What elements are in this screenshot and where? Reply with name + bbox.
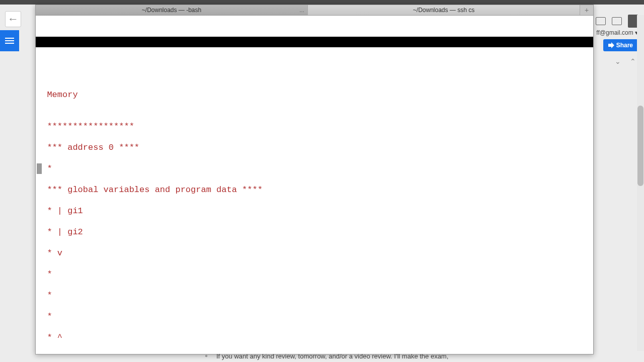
window-titlebar xyxy=(0,0,644,5)
code-line: * | gi2 xyxy=(37,227,593,237)
grid-icon[interactable] xyxy=(612,17,622,25)
menu-options[interactable]: Options xyxy=(128,48,164,57)
tab-overflow-icon[interactable]: … xyxy=(299,5,304,16)
menu-help[interactable]: Help xyxy=(249,48,269,57)
code-line: * | gi1 xyxy=(37,206,593,216)
code-line: *** global variables and program data **… xyxy=(37,185,593,195)
add-tab-button[interactable]: + xyxy=(580,5,593,15)
browser-background: ← ff@gmail.com ▾ Share ⌄ ⌃ ~/Downloads —… xyxy=(0,0,644,362)
menu-icon[interactable] xyxy=(628,17,638,25)
page-scrollbar[interactable] xyxy=(637,15,644,351)
outline-toggles: ⌄ ⌃ xyxy=(615,57,636,65)
tab-label: ~/Downloads — ssh cs xyxy=(413,7,474,14)
browser-back-button[interactable]: ← xyxy=(5,11,21,27)
user-email[interactable]: ff@gmail.com ▾ xyxy=(596,29,638,36)
menu-c[interactable]: C xyxy=(239,48,244,57)
menu-buffers[interactable]: Buffers xyxy=(169,48,204,57)
code-line: * ^ xyxy=(37,332,593,343)
code-line: Memory xyxy=(37,89,593,100)
terminal-tab-bash[interactable]: ~/Downloads — -bash … xyxy=(36,5,308,15)
chevron-up-icon[interactable]: ⌃ xyxy=(630,57,636,65)
tab-label: ~/Downloads — -bash xyxy=(142,7,201,14)
share-button[interactable]: Share xyxy=(603,39,638,51)
terminal-tab-ssh[interactable]: ~/Downloads — ssh cs xyxy=(308,5,580,15)
code-line: * xyxy=(37,163,593,174)
code-line: *** address 0 **** xyxy=(37,142,593,153)
code-line: * xyxy=(37,269,593,280)
doc-text-fragment: If you want any kind review, tomorrow, a… xyxy=(216,352,448,360)
menu-tools[interactable]: Tools xyxy=(209,48,234,57)
code-line: * v xyxy=(37,248,593,258)
hamburger-icon xyxy=(5,40,14,41)
panel-icon[interactable] xyxy=(596,17,606,25)
list-bullet-icon xyxy=(205,355,207,357)
code-line: * xyxy=(37,290,593,301)
arrow-left-icon: ← xyxy=(8,13,19,26)
menu-edit[interactable]: Edit xyxy=(103,48,123,57)
terminal-tab-bar: ~/Downloads — -bash … ~/Downloads — ssh … xyxy=(36,5,593,16)
menu-file[interactable]: File xyxy=(78,48,99,57)
scroll-thumb[interactable] xyxy=(637,106,643,186)
chevron-down-icon[interactable]: ⌄ xyxy=(615,57,621,65)
terminal-window: ~/Downloads — -bash … ~/Downloads — ssh … xyxy=(35,5,594,354)
source-pane[interactable]: Memory ***************** *** address 0 *… xyxy=(36,79,593,354)
code-line: * xyxy=(37,311,593,322)
emacs-cursor xyxy=(37,163,42,174)
code-line: ***************** xyxy=(37,121,593,132)
emacs-menubar: FileEditOptionsBuffersToolsCHelp xyxy=(36,37,593,47)
emacs-editor[interactable]: FileEditOptionsBuffersToolsCHelp Memory … xyxy=(36,16,593,354)
docs-sidebar-toggle[interactable] xyxy=(0,30,19,51)
share-label: Share xyxy=(616,42,633,49)
